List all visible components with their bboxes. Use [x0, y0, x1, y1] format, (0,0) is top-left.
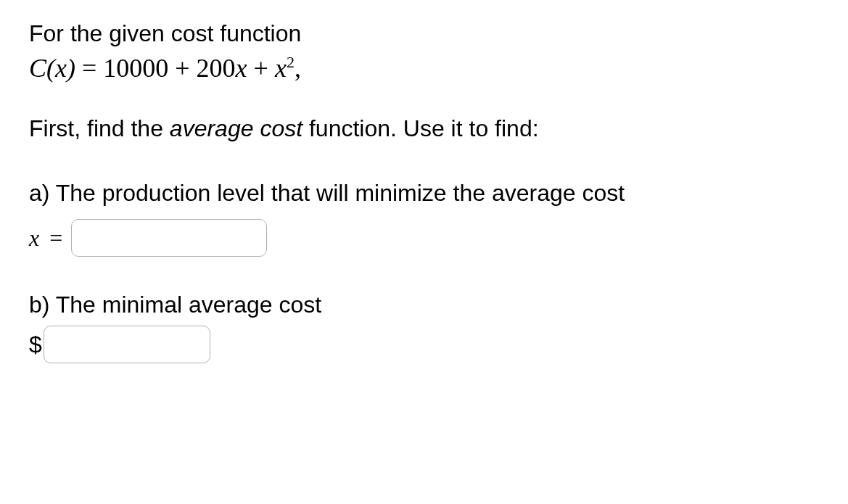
part-b-prompt: b) The minimal average cost: [29, 289, 819, 321]
part-a-prompt: a) The production level that will minimi…: [29, 177, 819, 210]
instruction-text: First, find the average cost function. U…: [29, 112, 819, 145]
equation-quad-var: x: [275, 54, 287, 83]
equation-linear-coef: 200: [197, 54, 236, 83]
equation-plus-1: +: [168, 54, 196, 83]
instruction-post: function. Use it to find:: [302, 115, 539, 141]
part-a-variable: x: [29, 225, 39, 251]
instruction-pre: First, find the: [29, 115, 170, 141]
equation-trailing-comma: ,: [295, 54, 301, 83]
equation-plus-2: +: [247, 54, 275, 83]
equation-constant: 10000: [103, 54, 168, 83]
equation-linear-var: x: [236, 54, 247, 83]
equation-quad-exp: 2: [287, 53, 295, 71]
part-b-answer-row: $: [29, 326, 819, 363]
part-a-label: x =: [29, 225, 62, 252]
cost-function-equation: C(x) = 10000 + 200x + x2,: [29, 53, 819, 83]
part-b-input[interactable]: [44, 326, 210, 363]
equation-equals: =: [75, 54, 103, 83]
equation-lhs: C(x): [29, 54, 75, 83]
part-a-input[interactable]: [71, 219, 267, 257]
part-a-equals: =: [49, 225, 62, 251]
part-a-answer-row: x =: [29, 219, 819, 257]
intro-text: For the given cost function: [29, 17, 819, 50]
part-b-currency: $: [29, 331, 42, 358]
instruction-emphasis: average cost: [170, 115, 302, 141]
